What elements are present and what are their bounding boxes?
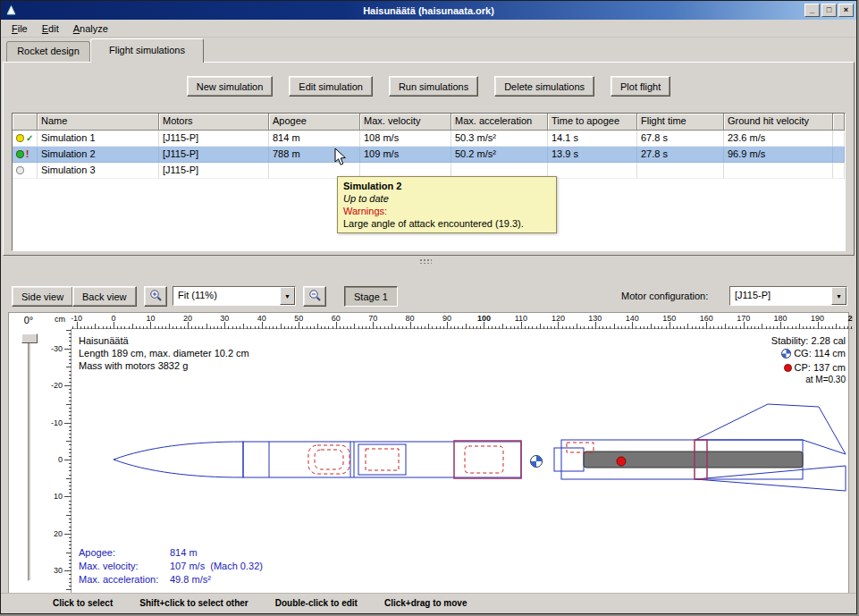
- hint-click-drag: Click+drag to move: [384, 598, 467, 608]
- column-header-filler: [833, 114, 845, 131]
- zoom-out-button[interactable]: [303, 286, 326, 307]
- cell-motors[interactable]: [J115-P]: [159, 163, 269, 179]
- cell-max-velocity[interactable]: 109 m/s: [360, 147, 451, 163]
- column-header-name[interactable]: Name: [38, 114, 159, 131]
- close-button[interactable]: ×: [838, 4, 854, 17]
- edit-simulation-button[interactable]: Edit simulation: [289, 76, 373, 97]
- column-header-motors[interactable]: Motors: [159, 114, 269, 131]
- status-icon: !: [13, 147, 38, 163]
- zoom-in-button[interactable]: [144, 286, 167, 307]
- rotation-slider[interactable]: [28, 338, 31, 581]
- svg-text:170: 170: [737, 314, 750, 323]
- column-header-apogee[interactable]: Apogee: [269, 114, 360, 131]
- motor-configuration-select[interactable]: [J115-P] ▼: [729, 286, 847, 306]
- rocket-canvas[interactable]: Haisunäätä Length 189 cm, max. diameter …: [72, 329, 853, 594]
- tab-flight-simulations[interactable]: Flight simulations: [90, 38, 204, 63]
- plot-flight-button[interactable]: Plot flight: [611, 76, 670, 97]
- new-simulation-button[interactable]: New simulation: [187, 76, 274, 97]
- cell-ground-hit[interactable]: 96.9 m/s: [724, 147, 833, 163]
- tooltip-warning-text: Large angle of attack encountered (19.3)…: [343, 217, 551, 230]
- status-dot: [16, 134, 24, 142]
- motor-configuration-label: Motor configuration:: [621, 291, 708, 301]
- cell-apogee[interactable]: 814 m: [269, 131, 360, 147]
- cell-flight-time[interactable]: 27.8 s: [637, 147, 724, 163]
- cell-flight-time[interactable]: 67.8 s: [637, 131, 724, 147]
- stability-value: Stability: 2.28 cal: [771, 334, 846, 347]
- rocket-info: Haisunäätä Length 189 cm, max. diameter …: [79, 334, 249, 372]
- vertical-ruler: -30-20-100102030: [48, 329, 72, 594]
- column-header-flight-time[interactable]: Flight time: [637, 114, 724, 131]
- max-velocity-label: Max. velocity:: [79, 560, 170, 573]
- column-header-max-acceleration[interactable]: Max. acceleration: [451, 114, 548, 131]
- cell-max-acceleration[interactable]: 50.3 m/s²: [451, 131, 548, 147]
- svg-text:160: 160: [700, 314, 713, 323]
- column-header-ground-hit-velocity[interactable]: Ground hit velocity: [724, 114, 833, 131]
- rotation-slider-thumb[interactable]: [21, 333, 38, 343]
- cell-max-acceleration[interactable]: 50.2 m/s²: [451, 147, 548, 163]
- zoom-out-icon: [308, 289, 322, 302]
- max-velocity-value: 107 m/s (Mach 0.32): [170, 561, 263, 571]
- splitter-handle[interactable]: [419, 258, 432, 264]
- cell-motors[interactable]: [J115-P]: [159, 147, 269, 163]
- max-acceleration-label: Max. acceleration:: [79, 573, 170, 586]
- table-row-simulation-1[interactable]: ✓ Simulation 1 [J115-P] 814 m 108 m/s 50…: [13, 131, 845, 147]
- fin-upper: [695, 404, 846, 454]
- hint-double-click: Double-click to edit: [275, 598, 358, 608]
- svg-text:-20: -20: [51, 381, 63, 390]
- svg-text:-30: -30: [51, 344, 63, 353]
- rocket-mass: Mass with motors 3832 g: [79, 359, 249, 372]
- svg-text:30: 30: [54, 566, 63, 575]
- menu-edit[interactable]: Edit: [35, 21, 66, 36]
- status-bar: Click to select Shift+click to select ot…: [1, 593, 856, 612]
- motor: [584, 451, 803, 468]
- svg-text:0: 0: [58, 455, 63, 464]
- stage-1-toggle[interactable]: Stage 1: [344, 286, 398, 307]
- svg-text:10: 10: [54, 492, 63, 501]
- table-row-simulation-2[interactable]: ! Simulation 2 [J115-P] 788 m 109 m/s 50…: [13, 147, 845, 163]
- cp-marker: [617, 457, 626, 466]
- cell-flight-time[interactable]: [637, 163, 724, 179]
- cell-ground-hit[interactable]: 23.6 m/s: [724, 131, 833, 147]
- run-simulations-button[interactable]: Run simulations: [389, 76, 478, 97]
- cell-time-to-apogee[interactable]: [548, 163, 637, 179]
- cp-icon: [784, 364, 792, 372]
- side-view-button[interactable]: Side view: [12, 286, 73, 307]
- maximize-button[interactable]: □: [821, 4, 837, 17]
- cell-max-velocity[interactable]: 108 m/s: [360, 131, 451, 147]
- column-header-time-to-apogee[interactable]: Time to apogee: [548, 114, 637, 131]
- mach-condition: at M=0.30: [771, 374, 846, 386]
- delete-simulations-button[interactable]: Delete simulations: [494, 76, 594, 97]
- svg-text:130: 130: [588, 314, 602, 323]
- cg-icon: [781, 349, 791, 361]
- horizontal-ruler: -100102030405060708090100110120130140150…: [72, 313, 853, 329]
- menu-file[interactable]: File: [4, 21, 35, 36]
- nose-cone: [114, 442, 243, 477]
- table-header: Name Motors Apogee Max. velocity Max. ac…: [13, 114, 845, 131]
- cell-time-to-apogee[interactable]: 13.9 s: [548, 147, 637, 163]
- tab-rocket-design[interactable]: Rocket design: [6, 41, 90, 62]
- status-icon: [13, 163, 38, 179]
- status-mark: ✓: [26, 134, 33, 143]
- status-dot: [16, 166, 24, 174]
- zoom-select[interactable]: Fit (11%) ▼: [173, 286, 296, 306]
- cell-name[interactable]: Simulation 2: [38, 147, 159, 163]
- simulation-toolbar: New simulation Edit simulation Run simul…: [4, 76, 854, 97]
- cell-name[interactable]: Simulation 3: [38, 163, 159, 179]
- back-view-button[interactable]: Back view: [72, 286, 137, 307]
- svg-text:60: 60: [332, 314, 341, 323]
- column-header-max-velocity[interactable]: Max. velocity: [360, 114, 451, 131]
- svg-text:80: 80: [406, 314, 415, 323]
- mouse-cursor: [334, 148, 347, 166]
- cell-motors[interactable]: [J115-P]: [159, 131, 269, 147]
- cell-ground-hit[interactable]: [724, 163, 833, 179]
- window-title: Haisunäätä (haisunaata.ork): [1, 5, 856, 16]
- minimize-button[interactable]: _: [804, 4, 820, 17]
- cell-name[interactable]: Simulation 1: [38, 131, 159, 147]
- svg-text:30: 30: [220, 314, 229, 323]
- menu-analyze[interactable]: Analyze: [66, 21, 115, 36]
- cell-filler: [833, 147, 845, 163]
- cell-time-to-apogee[interactable]: 14.1 s: [548, 131, 637, 147]
- splitter[interactable]: [1, 257, 856, 266]
- column-header-status[interactable]: [13, 114, 38, 131]
- menubar: File Edit Analyze: [1, 20, 856, 38]
